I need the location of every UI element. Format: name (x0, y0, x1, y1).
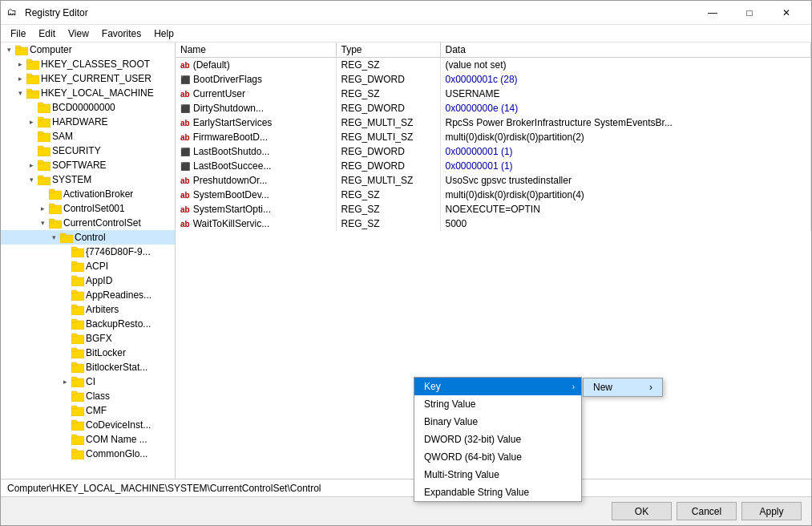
tree-item-control[interactable]: ▾ Control (1, 230, 175, 245)
svg-rect-7 (26, 89, 32, 91)
tree-item-software[interactable]: ▸ SOFTWARE (1, 158, 175, 172)
reg-value-icon: ab (180, 220, 190, 229)
tree-item-bgfx[interactable]: BGFX (1, 331, 175, 346)
tree-item-cmf[interactable]: CMF (1, 403, 175, 418)
table-row[interactable]: ⬛BootDriverFlagsREG_DWORD0x0000001c (28) (176, 72, 811, 87)
svg-rect-51 (71, 406, 77, 409)
tree-item-hkcu[interactable]: ▸ HKEY_CURRENT_USER (1, 71, 175, 86)
tree-label-hklm: HKEY_LOCAL_MACHINE (41, 87, 154, 99)
tree-item-appid[interactable]: AppID (1, 273, 175, 288)
tree-item-acpi[interactable]: ACPI (1, 259, 175, 273)
svg-rect-39 (71, 319, 77, 322)
col-header-data[interactable]: Data (440, 42, 811, 58)
tree-item-security[interactable]: SECURITY (1, 144, 175, 158)
svg-rect-1 (15, 46, 21, 48)
table-row[interactable]: abSystemBootDev...REG_SZmulti(0)disk(0)r… (176, 188, 811, 202)
table-row[interactable]: ⬛DirtyShutdown...REG_DWORD0x0000000e (14… (176, 101, 811, 115)
table-row[interactable]: ⬛LastBootShutdo...REG_DWORD0x00000001 (1… (176, 144, 811, 159)
tree-item-hkcr[interactable]: ▸ HKEY_CLASSES_ROOT (1, 57, 175, 71)
tree-item-system[interactable]: ▾ SYSTEM (1, 172, 175, 187)
tree-item-computer[interactable]: ▾ Computer (1, 42, 175, 57)
folder-icon-curctrlset (49, 217, 62, 229)
app-icon: 🗂 (7, 6, 20, 19)
tree-item-ctrlset001[interactable]: ▸ ControlSet001 (1, 201, 175, 216)
tree-item-class[interactable]: Class (1, 389, 175, 403)
menu-edit[interactable]: Edit (32, 26, 62, 41)
folder-icon-key7746 (71, 246, 84, 257)
tree-label-security: SECURITY (52, 145, 101, 156)
maximize-button[interactable]: □ (731, 1, 768, 25)
tree-item-bcd[interactable]: BCD00000000 (1, 100, 175, 115)
table-row[interactable]: abWaitToKillServic...REG_SZ5000 (176, 216, 811, 231)
menu-view[interactable]: View (62, 26, 95, 41)
table-row[interactable]: ⬛LastBootSuccee...REG_DWORD0x00000001 (1… (176, 159, 811, 173)
tree-item-appreadiness[interactable]: AppReadines... (1, 288, 175, 302)
table-row[interactable]: ab(Default)REG_SZ(value not set) (176, 58, 811, 72)
cell-type: REG_SZ (336, 202, 440, 216)
cell-name: abSystemStartOpti... (176, 202, 336, 216)
folder-icon-bgfx (71, 333, 84, 344)
svg-rect-31 (71, 261, 77, 265)
folder-icon-software (38, 160, 50, 171)
reg-value-icon: ⬛ (180, 148, 190, 156)
tree-label-control: Control (75, 232, 106, 243)
svg-rect-25 (49, 219, 55, 221)
cell-name: abPreshutdownOr... (176, 173, 336, 188)
close-button[interactable]: ✕ (768, 1, 805, 25)
tree-toggle-computer[interactable]: ▾ (2, 43, 15, 56)
menu-help[interactable]: Help (147, 26, 180, 41)
table-row[interactable]: abPreshutdownOr...REG_MULTI_SZUsoSvc gps… (176, 173, 811, 188)
tree-toggle-curctrlset[interactable]: ▾ (36, 216, 49, 229)
tree-toggle-software[interactable]: ▸ (25, 159, 38, 172)
tree-item-codeviceinst[interactable]: CoDeviceInst... (1, 418, 175, 432)
table-row[interactable]: abEarlyStartServicesREG_MULTI_SZRpcSs Po… (176, 115, 811, 130)
cancel-button[interactable]: Cancel (677, 502, 737, 520)
tree-item-hardware[interactable]: ▸ HARDWARE (1, 115, 175, 129)
tree-item-comname[interactable]: COM Name ... (1, 432, 175, 447)
cell-data: 0x00000001 (1) (440, 144, 811, 159)
tree-toggle-system[interactable]: ▾ (25, 173, 38, 186)
tree-item-bitlocker[interactable]: BitLocker (1, 346, 175, 360)
tree-panel[interactable]: ▾ Computer▸ HKEY_CLASSES_ROOT▸ HKEY_CURR… (1, 42, 176, 479)
tree-toggle-ci[interactable]: ▸ (59, 375, 71, 388)
minimize-button[interactable]: — (694, 1, 731, 25)
svg-rect-26 (60, 235, 73, 243)
ok-button[interactable]: OK (612, 502, 672, 520)
table-row[interactable]: abFirmwareBootD...REG_MULTI_SZmulti(0)di… (176, 130, 811, 144)
tree-item-hklm[interactable]: ▾ HKEY_LOCAL_MACHINE (1, 86, 175, 100)
tree-item-ci[interactable]: ▸ CI (1, 374, 175, 389)
folder-icon-commonglo (71, 448, 84, 459)
col-header-type[interactable]: Type (336, 42, 440, 58)
cell-name: ⬛DirtyShutdown... (176, 101, 336, 115)
svg-rect-9 (38, 103, 43, 106)
cell-name: abFirmwareBootD... (176, 130, 336, 144)
tree-item-key7746[interactable]: {7746D80F-9... (1, 245, 175, 259)
tree-item-bitlockerstatus[interactable]: BitlockerStat... (1, 360, 175, 374)
menu-file[interactable]: File (4, 26, 32, 41)
cell-name: ab(Default) (176, 58, 336, 72)
tree-toggle-control[interactable]: ▾ (47, 231, 60, 244)
apply-button[interactable]: Apply (741, 502, 802, 520)
tree-item-curctrlset[interactable]: ▾ CurrentControlSet (1, 216, 175, 230)
cell-type: REG_DWORD (336, 101, 440, 115)
tree-toggle-hkcr[interactable]: ▸ (14, 58, 26, 71)
tree-item-backuprestore[interactable]: BackupResto... (1, 317, 175, 331)
reg-value-icon: ab (180, 205, 190, 214)
tree-item-sam[interactable]: SAM (1, 129, 175, 144)
tree-toggle-ctrlset001[interactable]: ▸ (36, 202, 49, 215)
col-header-name[interactable]: Name (176, 42, 336, 58)
tree-toggle-hklm[interactable]: ▾ (14, 87, 26, 99)
tree-toggle-appreadiness (59, 289, 71, 301)
folder-icon-hkcr (26, 59, 39, 70)
folder-icon-hardware (38, 116, 50, 127)
menu-favorites[interactable]: Favorites (95, 26, 147, 41)
tree-item-actbroker[interactable]: ActivationBroker (1, 187, 175, 201)
table-row[interactable]: abCurrentUserREG_SZUSERNAME (176, 87, 811, 101)
cell-data: 0x0000000e (14) (440, 101, 811, 115)
tree-toggle-hkcu[interactable]: ▸ (14, 72, 26, 85)
tree-toggle-hardware[interactable]: ▸ (25, 115, 38, 128)
cell-data: 0x0000001c (28) (440, 72, 811, 87)
tree-item-arbiters[interactable]: Arbiters (1, 302, 175, 317)
table-row[interactable]: abSystemStartOpti...REG_SZNOEXECUTE=OPTI… (176, 202, 811, 216)
tree-item-commonglo[interactable]: CommonGlo... (1, 447, 175, 461)
